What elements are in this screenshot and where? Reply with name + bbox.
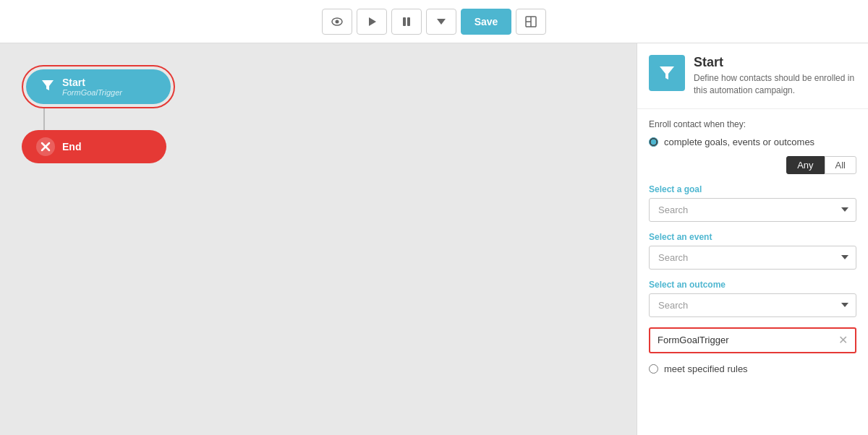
start-node-subtitle: FormGoalTrigger bbox=[62, 88, 122, 97]
tag-input-area: ✕ bbox=[649, 327, 856, 353]
panel-header-text: Start Define how contacts should be enro… bbox=[694, 55, 856, 97]
event-select[interactable]: Search bbox=[649, 246, 856, 270]
goal-group: Select a goal Search bbox=[649, 184, 856, 222]
outcome-label: Select an outcome bbox=[649, 280, 856, 290]
toolbar: Save bbox=[0, 0, 868, 43]
flow-container: Start FormGoalTrigger End bbox=[22, 65, 175, 163]
play-button[interactable] bbox=[357, 9, 387, 35]
main-area: Start FormGoalTrigger End bbox=[0, 43, 868, 435]
svg-rect-4 bbox=[407, 17, 410, 26]
radio-complete-label: complete goals, events or outcomes bbox=[664, 137, 814, 147]
save-button[interactable]: Save bbox=[461, 9, 511, 35]
svg-marker-2 bbox=[369, 17, 376, 26]
x-icon bbox=[36, 137, 55, 156]
funnel-icon bbox=[41, 78, 55, 96]
radio-rules-label: meet specified rules bbox=[664, 363, 748, 374]
goal-label: Select a goal bbox=[649, 184, 856, 194]
panel-body: Enroll contact when they: complete goals… bbox=[637, 109, 868, 384]
event-group: Select an event Search bbox=[649, 232, 856, 270]
canvas[interactable]: Start FormGoalTrigger End bbox=[0, 43, 637, 435]
dropdown-button[interactable] bbox=[426, 9, 456, 35]
tag-remove-icon[interactable]: ✕ bbox=[838, 335, 848, 346]
outcome-group: Select an outcome Search bbox=[649, 280, 856, 317]
radio-rules[interactable] bbox=[649, 364, 658, 374]
svg-point-1 bbox=[336, 20, 339, 23]
end-node[interactable]: End bbox=[22, 130, 166, 163]
goal-select[interactable]: Search bbox=[649, 198, 856, 222]
tag-input[interactable] bbox=[658, 335, 833, 345]
start-node[interactable]: Start FormGoalTrigger bbox=[26, 69, 171, 104]
event-label: Select an event bbox=[649, 232, 856, 242]
all-button[interactable]: All bbox=[825, 156, 856, 174]
start-node-text: Start FormGoalTrigger bbox=[62, 77, 122, 97]
preview-button[interactable] bbox=[322, 9, 352, 35]
panel-header-icon bbox=[649, 55, 685, 91]
svg-marker-5 bbox=[437, 19, 446, 25]
connector-line bbox=[43, 108, 45, 130]
radio-complete[interactable] bbox=[649, 137, 658, 147]
any-button[interactable]: Any bbox=[786, 156, 824, 174]
panel-title: Start bbox=[694, 55, 856, 70]
right-panel: Start Define how contacts should be enro… bbox=[637, 43, 868, 435]
radio-complete-row: complete goals, events or outcomes bbox=[649, 137, 856, 147]
panel-header: Start Define how contacts should be enro… bbox=[637, 43, 868, 109]
start-node-title: Start bbox=[62, 77, 122, 88]
start-node-selected: Start FormGoalTrigger bbox=[22, 65, 175, 108]
any-all-row: Any All bbox=[649, 156, 856, 174]
outcome-select[interactable]: Search bbox=[649, 293, 856, 317]
end-node-title: End bbox=[62, 141, 81, 152]
panel-description: Define how contacts should be enrolled i… bbox=[694, 72, 856, 97]
svg-rect-3 bbox=[403, 17, 406, 26]
radio-rules-row: meet specified rules bbox=[649, 363, 856, 374]
pause-button[interactable] bbox=[391, 9, 422, 35]
enroll-label: Enroll contact when they: bbox=[649, 119, 856, 129]
layout-button[interactable] bbox=[516, 9, 546, 35]
